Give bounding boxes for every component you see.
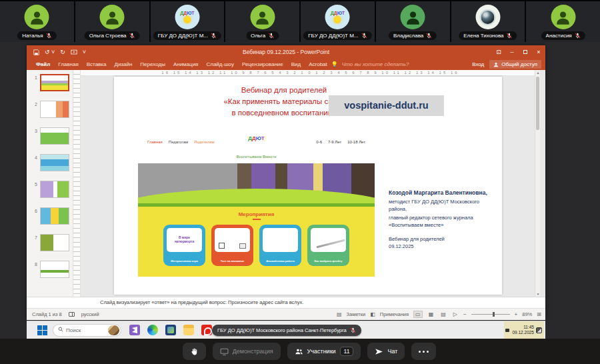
thumb-number: 1 (32, 74, 37, 80)
search-highlight-image[interactable] (108, 325, 119, 335)
slide-thumbnail[interactable]: 5 (32, 181, 69, 198)
ribbon-display-options-icon[interactable]: ⊡ (492, 45, 505, 59)
acrobat-icon[interactable] (201, 325, 212, 335)
thumb-image[interactable] (40, 74, 69, 91)
zoom-slider-thumb[interactable] (493, 312, 495, 317)
thumb-image[interactable] (40, 101, 69, 118)
edge-browser-icon[interactable] (147, 325, 158, 335)
speaker-icon[interactable] (505, 329, 509, 332)
slide-thumbnail[interactable]: 3 (32, 127, 69, 145)
customize-qat-icon[interactable]: ˅ (83, 49, 86, 55)
thumb-image[interactable] (40, 207, 69, 225)
participant-tile[interactable]: Анастисия (526, 1, 600, 42)
slide-thumbnail[interactable]: 8 (32, 261, 69, 278)
tellme-box[interactable]: Что вы хотите сделать? (342, 61, 409, 67)
chat-button[interactable]: Чат (367, 343, 405, 360)
save-icon[interactable] (33, 49, 39, 55)
slideshow-view-button[interactable]: ▷ (452, 311, 459, 317)
zoom-floating-meeting-bar[interactable]: ГБУ ДО ДД(Ю)Т Московского района Санкт-П… (212, 325, 361, 336)
participant-tile[interactable]: Елена Тихонова (451, 1, 525, 42)
share-button[interactable]: Общий доступ (489, 60, 541, 69)
participant-tile[interactable]: Владислава (376, 1, 450, 42)
minimize-button[interactable]: – (505, 45, 519, 59)
notification-center-icon[interactable] (536, 327, 542, 333)
start-button[interactable] (37, 325, 47, 335)
muted-mic-icon (46, 33, 52, 39)
notes-toggle-label[interactable]: Заметки (347, 311, 366, 317)
thumb-image[interactable] (40, 127, 69, 145)
site-nav-age3: 10-18 Лет (347, 140, 365, 144)
thumb-image[interactable] (40, 234, 69, 251)
slide-canvas: 16 15 14 13 12 11 10 9 8 7 6 5 4 3 2 1 0… (81, 70, 540, 297)
zoom-in-button[interactable]: + (515, 311, 518, 317)
close-button[interactable]: × (532, 45, 545, 59)
slide[interactable]: Вебинар для родителей «Как применять мат… (114, 77, 502, 295)
signin-link[interactable]: Вход (472, 61, 484, 67)
visual-studio-icon[interactable] (129, 325, 140, 335)
slide-thumbnail[interactable]: 6 (32, 207, 69, 225)
tray-clock[interactable]: 11:45 09.12.2025 (512, 325, 534, 335)
comments-toggle-label[interactable]: Примечания (380, 311, 409, 317)
muted-mic-icon (361, 33, 367, 39)
photos-app-icon[interactable] (165, 325, 176, 335)
search-icon (58, 327, 63, 333)
undo-icon[interactable]: ↺ ˅ (45, 49, 55, 55)
author-name: Козодой Маргарита Валентиновна, (389, 189, 498, 197)
zoom-level[interactable]: 89% (522, 311, 532, 317)
start-slideshow-icon[interactable] (71, 49, 77, 55)
tab-transitions[interactable]: Переходы (136, 59, 169, 70)
zoom-out-button[interactable]: − (463, 311, 467, 317)
zoom-slider[interactable] (471, 314, 510, 315)
tab-design[interactable]: Дизайн (110, 59, 136, 70)
participant-tile[interactable]: Ольга Строева (75, 1, 149, 42)
more-button[interactable] (411, 343, 436, 360)
ribbon-tab-row: Файл Главная Вставка Дизайн Переходы Ани… (27, 59, 545, 70)
participant-tile[interactable]: ДДЮТ ГБУ ДО ДД(Ю)Т М... (151, 1, 225, 42)
thumb-image[interactable] (40, 181, 69, 198)
sun-icon (334, 16, 341, 23)
taskbar-search[interactable]: Поиск (53, 324, 121, 337)
scroll-down-icon[interactable]: ▼ (535, 292, 541, 296)
site-header-photo (138, 163, 375, 207)
slide-thumbnail[interactable]: 4 (32, 154, 69, 171)
participants-button[interactable]: Участники 11 (287, 343, 361, 360)
scrollbar-thumb[interactable] (536, 77, 539, 130)
notes-toggle-icon[interactable]: ▤ (337, 311, 342, 317)
site-nav-parents: Родителям (194, 140, 215, 144)
tab-insert[interactable]: Вставка (83, 59, 111, 70)
slide-thumbnail-panel[interactable]: 1 2 3 4 5 6 7 8 (27, 70, 73, 297)
sun-icon (183, 16, 191, 23)
spellcheck-icon[interactable] (69, 312, 75, 317)
participant-name: Анастисия (546, 33, 572, 39)
slide-thumbnail[interactable]: 7 (32, 234, 69, 251)
tab-file[interactable]: Файл (32, 59, 54, 70)
participant-tile[interactable]: ДДЮТ ГБУ ДО ДД(Ю)Т М... (301, 1, 375, 42)
participant-tile[interactable]: Ольга (225, 1, 299, 42)
slide-scrollbar[interactable]: ▲ ▼ (535, 70, 540, 297)
comments-toggle-icon[interactable]: ◧ (370, 311, 375, 317)
slide-sorter-view-button[interactable]: ▦ (427, 311, 435, 317)
tab-slideshow[interactable]: Слайд-шоу (202, 59, 237, 70)
slide-thumbnail[interactable]: 2 (32, 101, 69, 118)
notes-pane[interactable]: Слайд визуализирует «ответ» на предыдущи… (27, 297, 545, 308)
fit-to-window-icon[interactable]: ⊞ (537, 311, 541, 317)
slide-thumbnail[interactable]: 1 (32, 74, 69, 91)
system-tray[interactable]: 11:45 09.12.2025 (504, 321, 544, 339)
share-screen-button[interactable]: Демонстрация (213, 343, 281, 360)
scroll-up-icon[interactable]: ▲ (535, 71, 541, 75)
tab-view[interactable]: Вид (287, 59, 305, 70)
redo-icon[interactable]: ↻ (60, 49, 65, 55)
reading-view-button[interactable]: ▤ (439, 311, 447, 317)
tab-home[interactable]: Главная (54, 59, 82, 70)
normal-view-button[interactable]: ▭ (413, 311, 423, 318)
language-indicator[interactable]: русский (81, 311, 99, 317)
raise-hand-button[interactable] (183, 343, 206, 360)
thumb-image[interactable] (40, 261, 69, 278)
participant-tile[interactable]: Наталья (0, 1, 74, 42)
tab-acrobat[interactable]: Acrobat (305, 59, 331, 70)
restore-button[interactable] (519, 45, 532, 59)
thumb-image[interactable] (40, 154, 69, 171)
file-explorer-icon[interactable] (183, 325, 194, 335)
tab-review[interactable]: Рецензирование (238, 59, 287, 70)
tab-animations[interactable]: Анимация (169, 59, 203, 70)
